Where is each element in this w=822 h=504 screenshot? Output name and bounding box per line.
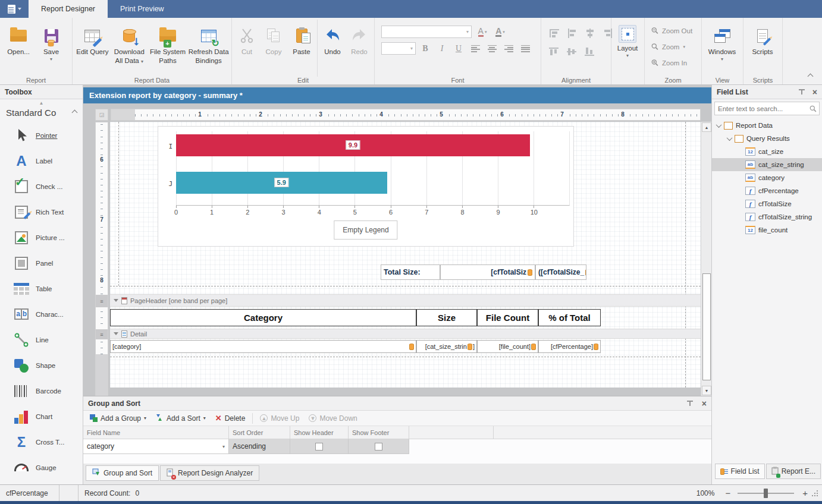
zoom-in-button[interactable]: Zoom In <box>647 55 692 71</box>
close-icon[interactable]: × <box>812 88 817 96</box>
show-footer-checkbox[interactable] <box>375 443 382 451</box>
paste-button[interactable]: Paste <box>287 20 316 74</box>
expand-icon[interactable] <box>727 135 733 141</box>
refresh-data-bindings-button[interactable]: ↻ Refresh DataBindings <box>187 20 230 74</box>
foreground-color-button[interactable]: A▾ <box>493 26 507 38</box>
ruler-corner-button[interactable]: ◲ <box>95 109 108 121</box>
copy-button[interactable]: Copy <box>260 20 287 74</box>
detail-cell-size[interactable]: [cat_size_strin] <box>416 340 477 353</box>
report-page[interactable]: 9.9 5.9 I J 0 1 2 3 4 5 6 7 8 <box>110 122 701 388</box>
header-cell-size[interactable]: Size <box>416 309 477 326</box>
show-header-checkbox[interactable] <box>315 443 323 451</box>
field-name-combo[interactable]: category▾ <box>83 439 229 454</box>
pin-icon[interactable] <box>686 400 694 407</box>
column-show-header[interactable]: Show Header <box>290 426 349 439</box>
scroll-up-button[interactable]: ▲ <box>702 122 711 132</box>
column-sort-order[interactable]: Sort Order <box>229 426 290 439</box>
toolbox-item-checkbox[interactable]: ✓ Check ... <box>0 174 83 199</box>
font-family-select[interactable]: ▾ <box>381 26 472 38</box>
tab-report-explorer[interactable]: Report E... <box>766 464 821 479</box>
toolbox-item-shape[interactable]: Shape <box>0 352 83 378</box>
redo-button[interactable]: Redo <box>346 20 372 74</box>
toolbox-item-character-comb[interactable]: ab Charac... <box>0 301 83 327</box>
table-header-row[interactable]: Category Size File Count % of Total <box>110 309 601 326</box>
underline-button[interactable]: U <box>451 42 466 55</box>
toolbox-item-pointer[interactable]: Pointer <box>0 122 83 148</box>
toolbox-item-label[interactable]: A Label <box>0 148 83 174</box>
align-middles-icon[interactable] <box>567 46 578 56</box>
zoom-minus-button[interactable]: − <box>723 488 733 498</box>
collapse-ribbon-icon[interactable] <box>808 74 814 80</box>
column-field-name[interactable]: Field Name <box>83 426 229 439</box>
vertical-ruler[interactable]: 6 7 8 ≡ ≡ <box>95 122 108 396</box>
zoom-out-button[interactable]: Zoom Out <box>647 23 697 39</box>
tree-item-cfpercentage[interactable]: f cfPercentage <box>712 184 822 197</box>
edit-query-button[interactable]: Edit Query <box>74 20 111 74</box>
toolbox-item-rich-text[interactable]: Rich Text <box>0 199 83 225</box>
chart-control[interactable]: 9.9 5.9 I J 0 1 2 3 4 5 6 7 8 <box>158 126 574 247</box>
toolbox-item-line[interactable]: Line <box>0 327 83 352</box>
delete-button[interactable]: ✕ Delete <box>211 412 250 425</box>
total-size-string-field[interactable]: ([cfTotalSize_ <box>535 264 586 280</box>
expand-icon[interactable] <box>716 122 722 128</box>
band-handle-detail[interactable]: ≡ <box>96 329 108 339</box>
tree-item-cftotalsize-string[interactable]: f cfTotalSize_string <box>712 210 822 223</box>
italic-button[interactable]: I <box>435 42 449 55</box>
zoom-slider[interactable] <box>738 489 794 498</box>
collapse-band-icon[interactable] <box>114 332 118 335</box>
toolbox-item-panel[interactable]: Panel <box>0 250 83 276</box>
toolbox-scroll-up[interactable]: ▲ <box>0 99 83 106</box>
font-size-select[interactable]: ▾ <box>381 42 416 55</box>
align-bottom-edges-icon[interactable] <box>585 46 595 56</box>
download-all-data-button[interactable]: ⭣ DownloadAll Data ▾ <box>111 20 148 74</box>
align-right-button[interactable] <box>501 42 516 55</box>
save-button[interactable]: Save ▾ <box>35 20 67 74</box>
scripts-button[interactable]: Scripts <box>745 20 780 74</box>
sort-order-cell[interactable]: Ascending <box>229 439 290 454</box>
detail-band-strip[interactable]: Detail <box>110 329 701 339</box>
add-a-group-button[interactable]: Add a Group ▾ <box>86 412 150 425</box>
detail-cell-percentage[interactable]: [cfPercentage] <box>538 340 601 353</box>
tree-item-report-data[interactable]: Report Data <box>712 119 822 132</box>
zoom-slider-thumb[interactable] <box>764 489 768 498</box>
tree-item-file-count[interactable]: 12 file_count <box>712 223 822 237</box>
band-handle-pageheader[interactable]: ≡ <box>96 295 108 307</box>
align-to-grid-icon[interactable] <box>549 29 560 38</box>
move-up-button[interactable]: ▲ Move Up <box>256 412 303 425</box>
tab-report-designer[interactable]: Report Designer <box>29 0 108 18</box>
app-menu-button[interactable] <box>0 0 29 18</box>
tab-group-and-sort[interactable]: Group and Sort <box>86 465 159 481</box>
tree-item-cat-size[interactable]: 12 cat_size <box>712 145 822 158</box>
toolbox-item-table[interactable]: Table <box>0 276 83 301</box>
total-size-label[interactable]: Total Size: <box>381 264 440 280</box>
tree-item-query-results[interactable]: Query Results <box>712 132 822 145</box>
align-left-edges-icon[interactable] <box>567 29 578 38</box>
justify-button[interactable] <box>518 42 532 55</box>
toolbox-item-barcode[interactable]: Barcode <box>0 378 83 404</box>
open-button[interactable]: Open... <box>2 20 35 74</box>
toolbox-item-picture[interactable]: Picture ... <box>0 225 83 250</box>
collapse-band-icon[interactable] <box>114 299 118 302</box>
toolbox-item-chart[interactable]: Chart <box>0 404 83 429</box>
undo-button[interactable]: Undo <box>319 20 346 74</box>
tab-field-list[interactable]: Field List <box>715 464 765 479</box>
header-cell-percent-of-total[interactable]: % of Total <box>538 309 601 326</box>
detail-cell-category[interactable]: [category] <box>110 340 416 353</box>
tree-item-cftotalsize[interactable]: f cfTotalSize <box>712 197 822 210</box>
tree-item-category[interactable]: ab category <box>712 171 822 184</box>
align-left-button[interactable] <box>468 42 482 55</box>
header-cell-file-count[interactable]: File Count <box>477 309 538 326</box>
tree-item-cat-size-string[interactable]: ab cat_size_string <box>712 158 822 171</box>
toolbox-item-cross-tab[interactable]: Σ Cross T... <box>0 429 83 455</box>
zoom-plus-button[interactable]: + <box>799 488 811 498</box>
font-color-button[interactable]: A▾ <box>475 26 490 38</box>
header-cell-category[interactable]: Category <box>110 309 416 326</box>
move-down-button[interactable]: ▼ Move Down <box>305 412 361 425</box>
resize-grip[interactable] <box>811 490 818 497</box>
windows-button[interactable]: Windows ▾ <box>704 20 741 74</box>
tab-print-preview[interactable]: Print Preview <box>108 0 177 18</box>
bold-button[interactable]: B <box>418 42 432 55</box>
scrollbar-thumb[interactable] <box>702 273 711 380</box>
detail-cell-file-count[interactable]: [file_count] <box>477 340 538 353</box>
align-center-button[interactable] <box>485 42 499 55</box>
